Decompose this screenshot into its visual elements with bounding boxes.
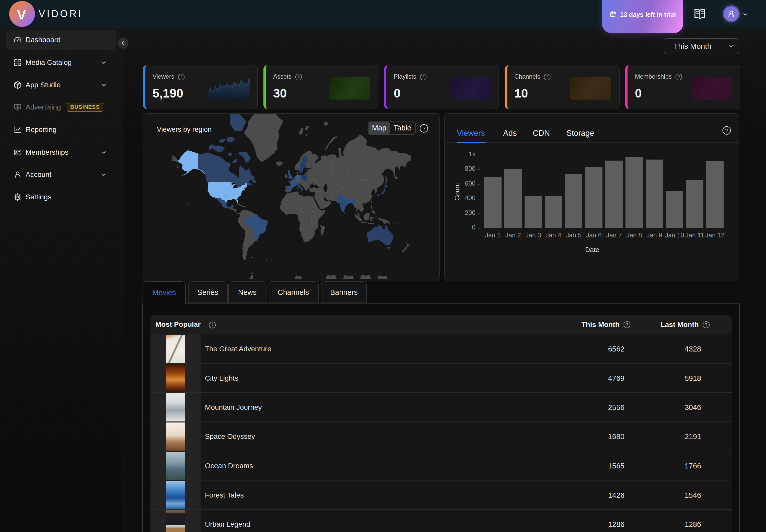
svg-text:?: ? bbox=[297, 75, 300, 79]
svg-text:?: ? bbox=[180, 75, 182, 79]
svg-text:?: ? bbox=[211, 322, 214, 328]
svg-text:?: ? bbox=[678, 75, 680, 79]
svg-text:?: ? bbox=[546, 75, 548, 79]
svg-text:?: ? bbox=[705, 322, 708, 327]
svg-text:?: ? bbox=[725, 127, 728, 133]
svg-text:?: ? bbox=[626, 322, 629, 327]
svg-text:?: ? bbox=[422, 125, 425, 131]
svg-text:?: ? bbox=[422, 75, 424, 79]
